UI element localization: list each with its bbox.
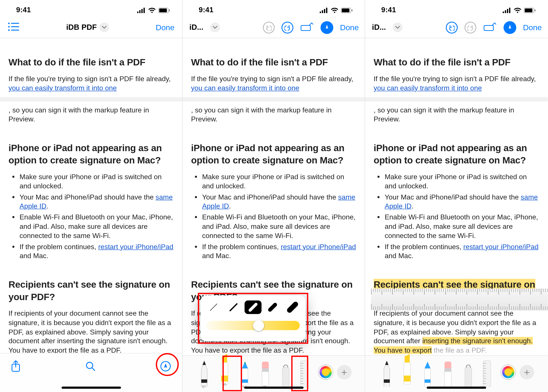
home-indicator[interactable] [244,386,304,389]
svg-rect-53 [509,7,510,13]
screenshot-3: 9:41 iD... Done What to do if the file i… [365,0,548,392]
add-button[interactable]: ＋ [520,365,534,379]
svg-rect-24 [301,25,310,30]
add-button[interactable]: ＋ [337,365,351,379]
wifi-icon [148,7,156,13]
tool-eraser[interactable] [440,357,456,389]
chevron-down-icon[interactable] [210,22,220,32]
svg-rect-22 [342,8,349,12]
svg-rect-51 [505,10,506,13]
done-button[interactable]: Done [156,23,174,32]
undo-button[interactable] [263,21,274,33]
cellular-icon [137,7,146,13]
svg-rect-61 [425,368,430,387]
svg-point-9 [8,26,10,27]
annotation-rect [223,356,242,391]
battery-icon [524,7,536,13]
markup-navbar: iD... Done [365,17,548,38]
toc-button[interactable] [8,22,20,33]
svg-rect-57 [484,25,493,30]
annotation-rect [198,293,308,344]
battery-icon [158,7,170,13]
markup-toggle[interactable] [503,21,516,34]
color-picker[interactable] [318,365,333,379]
status-time: 9:41 [381,6,396,14]
svg-rect-17 [320,11,321,13]
wifi-icon [331,7,338,13]
svg-rect-68 [483,361,491,387]
svg-point-14 [86,362,93,368]
svg-rect-19 [324,9,325,13]
status-bar: 9:41 [183,0,365,17]
svg-rect-2 [141,9,143,13]
svg-rect-6 [169,9,170,11]
tool-ruler[interactable] [481,357,497,389]
svg-rect-67 [465,367,472,387]
svg-rect-55 [525,8,533,12]
tool-pen[interactable] [379,357,395,389]
share-button[interactable] [11,360,20,374]
svg-rect-0 [137,11,139,13]
svg-rect-30 [201,379,207,383]
battery-icon [341,7,353,13]
tool-pencil[interactable] [420,357,436,389]
autoshape-button[interactable] [300,22,314,33]
svg-line-15 [92,368,94,370]
svg-rect-58 [384,379,390,383]
svg-rect-23 [351,9,352,11]
heading: What to do if the file isn't a PDF [8,56,174,68]
svg-rect-3 [143,7,145,13]
svg-rect-60 [404,376,411,381]
svg-rect-35 [262,369,269,387]
annotation-circle [156,353,179,376]
svg-rect-50 [503,11,504,13]
tool-pen[interactable]: 97 [196,357,212,389]
tool-highlighter[interactable] [399,352,415,386]
svg-rect-1 [139,10,141,13]
cellular-icon [503,7,511,13]
link-transform[interactable]: you can easily transform it into one [8,84,117,92]
done-button[interactable]: Done [523,23,542,32]
screenshot-1: 9:41 iDB PDF Done What to do if the file… [0,0,183,392]
page-title[interactable]: iD... [372,23,386,32]
pdf-content[interactable]: What to do if the file isn't a PDF If th… [0,38,182,364]
wifi-icon [514,7,521,13]
svg-rect-56 [534,9,535,11]
pdf-content[interactable]: What to do if the file isn't a PDF If th… [365,38,548,364]
status-time: 9:41 [199,6,214,14]
chevron-down-icon [99,22,109,32]
status-bar: 9:41 [0,0,182,17]
markup-toggle[interactable] [320,21,333,34]
annotation-rect [291,356,308,391]
tool-lasso[interactable] [460,357,477,389]
chevron-down-icon[interactable] [393,22,403,32]
markup-navbar: iD... Done [183,17,365,38]
page-title[interactable]: iD... [189,23,203,32]
svg-point-7 [8,22,10,24]
autoshape-button[interactable] [483,22,497,33]
tool-eraser[interactable]: 55 [257,357,273,389]
svg-rect-33 [242,368,248,387]
ruler-overlay[interactable] [365,285,548,314]
cellular-icon [320,7,328,13]
status-bar: 9:41 [365,0,548,17]
screenshot-2: 9:41 iD... Done What to do if the file i… [183,0,365,392]
status-indicators [137,7,170,13]
undo-button[interactable] [446,21,458,33]
svg-rect-65 [444,368,451,372]
heading: Recipients can't see the signature on yo… [8,279,174,303]
stroke-options-popover[interactable] [200,295,306,341]
redo-button[interactable] [281,21,293,33]
home-indicator[interactable] [61,386,121,389]
svg-rect-62 [425,379,430,383]
color-picker[interactable] [501,365,515,379]
svg-rect-39 [282,367,289,387]
svg-rect-20 [326,7,327,13]
redo-button[interactable] [464,21,476,33]
search-button[interactable] [85,361,95,373]
navbar: iDB PDF Done [0,17,182,38]
svg-rect-52 [507,9,508,13]
page-title[interactable]: iDB PDF [66,22,109,32]
done-button[interactable]: Done [340,23,359,32]
home-indicator[interactable] [427,386,486,389]
